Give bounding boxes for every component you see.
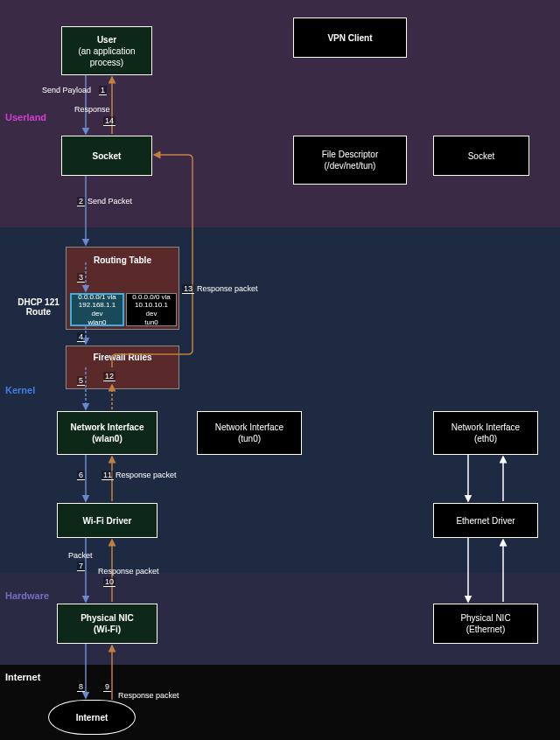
step-12: 12 — [103, 372, 116, 381]
step-3: 3 — [77, 273, 85, 283]
socket-left-box: Socket — [61, 136, 152, 176]
internet-cloud: Internet — [48, 700, 136, 735]
response-packet-13: Response packet — [197, 284, 258, 293]
wifi-driver-box: Wi-Fi Driver — [57, 503, 158, 538]
response-packet-9: Response packet — [118, 691, 179, 700]
step-4: 4 — [77, 332, 85, 342]
kernel-label: Kernel — [5, 385, 35, 395]
user-title: User — [97, 34, 116, 45]
ni-eth0-box: Network Interface (eth0) — [433, 411, 538, 455]
route-entry-default: 0.0.0.0/0 via 10.10.10.1 dev tun0 — [126, 293, 177, 326]
user-box: User (an application process) — [61, 26, 152, 75]
dhcp-route-label: DHCP 121 Route — [12, 297, 65, 317]
eth-driver-box: Ethernet Driver — [433, 503, 538, 538]
step-13: 13 — [182, 284, 194, 294]
step-6: 6 — [77, 471, 85, 480]
socket-right-box: Socket — [433, 136, 529, 176]
step-10: 10 — [103, 577, 116, 587]
step-1: 1 — [99, 86, 107, 95]
response-packet-11: Response packet — [116, 471, 177, 479]
step-14: 14 — [103, 116, 116, 126]
user-sub2: process) — [90, 57, 123, 68]
send-packet-label: Send Packet — [88, 197, 132, 206]
packet-label: Packet — [68, 551, 93, 560]
ni-tun0-box: Network Interface (tun0) — [197, 411, 302, 455]
step-5: 5 — [77, 376, 85, 386]
step-9: 9 — [103, 682, 111, 692]
nic-eth-box: Physical NIC (Ethernet) — [433, 604, 538, 644]
step-7: 7 — [77, 562, 85, 571]
route-entry-dhcp: 0.0.0.0/1 via 192.168.1.1 dev wlan0 — [70, 293, 124, 326]
file-descriptor-box: File Descriptor (/dev/net/tun) — [293, 136, 407, 185]
userland-label: Userland — [5, 112, 46, 122]
step-8: 8 — [77, 682, 85, 692]
hardware-label: Hardware — [5, 590, 49, 601]
internet-label: Internet — [5, 672, 40, 682]
step-2: 2 — [77, 197, 85, 206]
vpn-client-box: VPN Client — [293, 17, 407, 58]
step-11: 11 — [102, 471, 114, 480]
user-sub1: (an application — [78, 45, 135, 57]
nic-wifi-box: Physical NIC (Wi-Fi) — [57, 604, 158, 644]
response-label: Response — [74, 105, 110, 114]
ni-wlan0-box: Network Interface (wlan0) — [57, 411, 158, 455]
response-packet-10: Response packet — [98, 567, 159, 576]
send-payload-label: Send Payload — [42, 86, 91, 94]
